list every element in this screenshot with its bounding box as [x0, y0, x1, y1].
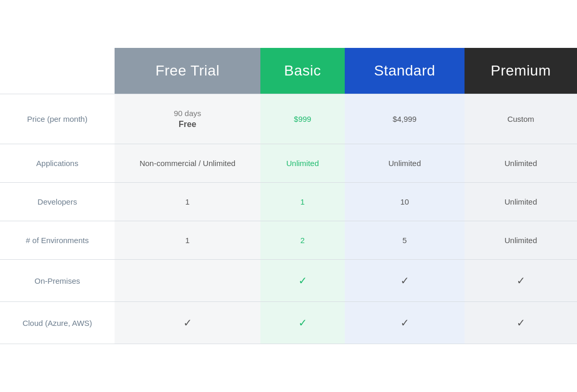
- basic-cell: 1: [260, 183, 345, 221]
- free-trial-cell: 90 daysFree: [115, 94, 260, 144]
- standard-cell: ✓: [345, 260, 465, 302]
- basic-cell: 2: [260, 221, 345, 260]
- premium-cell: Unlimited: [465, 183, 577, 221]
- premium-cell: Unlimited: [465, 221, 577, 260]
- checkmark-standard: ✓: [400, 317, 409, 328]
- free-trial-cell: 1: [115, 183, 260, 221]
- feature-header: [0, 48, 115, 94]
- free-trial-cell: [115, 260, 260, 302]
- premium-cell: Custom: [465, 94, 577, 144]
- standard-label: Standard: [374, 62, 435, 79]
- standard-cell: 5: [345, 221, 465, 260]
- checkmark-basic: ✓: [298, 275, 307, 286]
- standard-cell: Unlimited: [345, 144, 465, 183]
- table-row: ApplicationsNon-commercial / UnlimitedUn…: [0, 144, 577, 183]
- basic-cell: $999: [260, 94, 345, 144]
- free-trial-cell: ✓: [115, 302, 260, 344]
- checkmark-premium: ✓: [517, 275, 525, 286]
- free-trial-cell: Non-commercial / Unlimited: [115, 144, 260, 183]
- premium-cell: Unlimited: [465, 144, 577, 183]
- standard-header: Standard: [345, 48, 465, 94]
- basic-cell: ✓: [260, 302, 345, 344]
- free-trial-cell: 1: [115, 221, 260, 260]
- table-row: Cloud (Azure, AWS)✓✓✓✓: [0, 302, 577, 344]
- basic-cell: ✓: [260, 260, 345, 302]
- feature-cell: On-Premises: [0, 260, 115, 302]
- free-trial-label: Free Trial: [155, 62, 219, 79]
- basic-header: Basic: [260, 48, 345, 94]
- price-days: 90 days: [125, 109, 250, 118]
- feature-cell: Cloud (Azure, AWS): [0, 302, 115, 344]
- checkmark-free: ✓: [183, 317, 192, 328]
- basic-cell: Unlimited: [260, 144, 345, 183]
- checkmark-standard: ✓: [400, 275, 409, 286]
- checkmark-basic: ✓: [298, 317, 307, 328]
- checkmark-premium: ✓: [517, 317, 525, 328]
- table-row: Price (per month)90 daysFree$999$4,999Cu…: [0, 94, 577, 144]
- price-free-label: Free: [125, 120, 250, 129]
- standard-cell: ✓: [345, 302, 465, 344]
- premium-cell: ✓: [465, 302, 577, 344]
- standard-cell: $4,999: [345, 94, 465, 144]
- premium-cell: ✓: [465, 260, 577, 302]
- feature-cell: # of Environments: [0, 221, 115, 260]
- pricing-table: Free Trial Basic Standard Premium Price …: [0, 48, 577, 344]
- premium-header: Premium: [465, 48, 577, 94]
- premium-label: Premium: [491, 62, 551, 79]
- free-trial-header: Free Trial: [115, 48, 260, 94]
- feature-cell: Developers: [0, 183, 115, 221]
- table-row: # of Environments125Unlimited: [0, 221, 577, 260]
- feature-cell: Price (per month): [0, 94, 115, 144]
- basic-label: Basic: [284, 62, 321, 79]
- feature-cell: Applications: [0, 144, 115, 183]
- table-row: Developers1110Unlimited: [0, 183, 577, 221]
- standard-cell: 10: [345, 183, 465, 221]
- table-row: On-Premises✓✓✓: [0, 260, 577, 302]
